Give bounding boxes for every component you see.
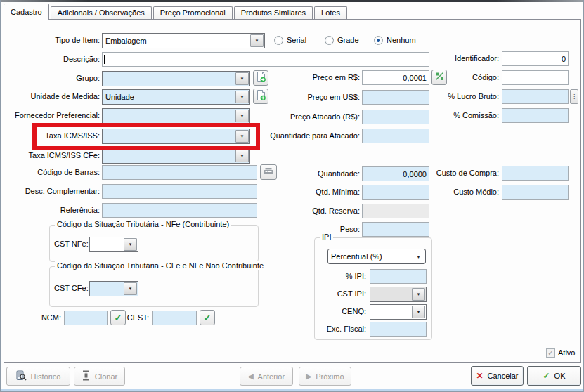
ativo-label: Ativo: [558, 348, 575, 358]
tab-lotes[interactable]: Lotes: [314, 6, 347, 20]
qtd-atacado-input[interactable]: [362, 129, 429, 143]
desc-complementar-input[interactable]: [102, 184, 257, 199]
historico-button[interactable]: Histórico: [6, 367, 70, 386]
ativo-checkbox: ✓: [546, 348, 555, 358]
unidade-de-medida-label: Unidade de Medida:: [4, 89, 100, 104]
referencia-label: Referência:: [4, 203, 100, 218]
custo-medio-label: Custo Médio:: [398, 185, 499, 200]
codigo-de-barras-input[interactable]: [102, 165, 257, 180]
descricao-label: Descrição:: [4, 52, 100, 67]
tab-produtos-similares[interactable]: Produtos Similares: [234, 6, 313, 20]
grupo-select[interactable]: ▼: [102, 71, 250, 86]
exc-fiscal-label: Exc. Fiscal:: [315, 322, 366, 337]
tab-preco-promocional[interactable]: Preço Promocional: [153, 6, 233, 20]
window-top-edge: [1, 0, 583, 2]
cenq-select[interactable]: ▼: [370, 304, 427, 320]
tab-page-cadastro: Tipo de Item: Embalagem ▼ Serial Grade N…: [4, 19, 581, 363]
tab-adicionais-observacoes[interactable]: Adicionais / Observações: [51, 6, 152, 20]
ok-button[interactable]: ✓ OK: [527, 366, 581, 386]
anterior-button[interactable]: ◀ Anterior: [240, 367, 293, 386]
preco-atacado-label: Preço Atacado (R$):: [236, 110, 360, 124]
qtd-reserva-label: Qtd. Reserva:: [236, 204, 360, 218]
cst-ipi-select[interactable]: ▼: [370, 287, 427, 302]
window-bottom-edge: [1, 389, 583, 391]
previous-arrow-icon: ◀: [248, 372, 254, 381]
chevron-down-icon[interactable]: ▼: [250, 34, 264, 47]
codigo-input[interactable]: [502, 70, 569, 85]
check-icon: ✓: [115, 313, 122, 323]
lucro-bruto-options-button[interactable]: ⋮: [570, 89, 578, 104]
cst-nfe-label: CST NFe:: [54, 237, 86, 251]
next-arrow-icon: ▶: [306, 372, 311, 381]
fornecedor-preferencial-select[interactable]: ▼: [102, 108, 250, 124]
cst-nfe-select[interactable]: ▼: [89, 237, 138, 252]
taxa-icms-iss-label: Taxa ICMS/ISS:: [4, 129, 100, 143]
radio-grade-label: Grade: [337, 36, 359, 45]
radio-nenhum-label: Nenhum: [387, 36, 416, 45]
chevron-down-icon[interactable]: ▼: [124, 282, 137, 295]
radio-nenhum[interactable]: [374, 36, 383, 45]
cst-nfe-groupbox: Código da Situação Tributária - NFe (Con…: [49, 225, 259, 262]
ok-label: OK: [554, 372, 566, 380]
anterior-label: Anterior: [258, 372, 285, 381]
taxa-icms-iss-cfe-label: Taxa ICMS/ISS CFe:: [4, 148, 100, 163]
ok-check-icon: ✓: [543, 372, 550, 380]
codigo-de-barras-label: Código de Barras:: [4, 165, 100, 180]
taxa-icms-iss-cfe-select[interactable]: ▼: [102, 148, 250, 164]
referencia-input[interactable]: [102, 203, 257, 218]
chevron-down-icon[interactable]: ▼: [124, 238, 137, 251]
tab-cadastro[interactable]: Cadastro: [4, 4, 49, 20]
cst-cfe-group-title: Código da Situação Tributária - CFe e NF…: [55, 261, 266, 270]
cst-cfe-select[interactable]: ▼: [89, 281, 138, 296]
lucro-bruto-input[interactable]: [502, 89, 569, 104]
identificador-input[interactable]: [502, 51, 569, 66]
pct-ipi-input[interactable]: [370, 269, 427, 284]
codigo-label: Código:: [398, 70, 499, 85]
comissao-input[interactable]: [502, 108, 569, 123]
vertical-dots-icon: ⋮: [571, 93, 577, 100]
tipo-de-item-select[interactable]: Embalagem ▼: [102, 33, 265, 48]
chevron-down-icon[interactable]: ▼: [412, 306, 425, 318]
peso-input[interactable]: [362, 222, 429, 237]
grupo-label: Grupo:: [4, 71, 100, 86]
custo-compra-input[interactable]: [502, 166, 569, 181]
exc-fiscal-input[interactable]: [370, 322, 427, 337]
tipo-de-item-value: Embalagem: [105, 34, 147, 48]
ncm-label: NCM:: [18, 311, 61, 325]
validate-cest-button[interactable]: ✓: [200, 310, 215, 325]
comissao-label: % Comissão:: [398, 108, 499, 123]
clonar-button[interactable]: Clonar: [74, 367, 125, 386]
clone-icon: [82, 370, 91, 382]
peso-label: Peso:: [236, 222, 360, 237]
historico-label: Histórico: [31, 372, 61, 381]
taxa-icms-iss-select[interactable]: ▼: [102, 129, 250, 144]
tipo-de-item-label: Tipo de Item:: [4, 33, 100, 48]
check-icon: ✓: [204, 313, 212, 323]
fornecedor-preferencial-label: Fornecedor Preferencial:: [4, 108, 100, 123]
cenq-label: CENQ:: [315, 304, 366, 319]
ncm-input[interactable]: [64, 311, 108, 325]
cest-label: CEST:: [122, 311, 149, 325]
cest-input[interactable]: [152, 311, 197, 325]
cancelar-button[interactable]: ✕ Cancelar: [471, 366, 524, 386]
cst-cfe-label: CST CFe:: [54, 281, 86, 296]
unidade-de-medida-value: Unidade: [105, 90, 134, 104]
descricao-input[interactable]: [102, 52, 429, 67]
lucro-bruto-label: % Lucro Bruto:: [398, 89, 499, 104]
qtd-atacado-label: Quantidade para Atacado:: [236, 129, 360, 143]
chevron-down-icon[interactable]: ▼: [412, 288, 425, 301]
proximo-label: Próximo: [316, 372, 344, 381]
proximo-button[interactable]: ▶ Próximo: [299, 367, 351, 386]
tab-strip: Cadastro Adicionais / Observações Preço …: [4, 4, 349, 20]
chevron-down-icon[interactable]: ▼: [235, 150, 249, 162]
radio-grade[interactable]: [325, 36, 334, 45]
chevron-down-icon[interactable]: ▼: [413, 250, 424, 263]
cancel-x-icon: ✕: [476, 372, 483, 380]
unidade-de-medida-select[interactable]: Unidade ▼: [102, 89, 250, 105]
custo-medio-input[interactable]: [502, 185, 569, 200]
radio-serial[interactable]: [274, 36, 283, 45]
product-registration-dialog: Cadastro Adicionais / Observações Preço …: [0, 0, 584, 392]
cst-ipi-label: CST IPI:: [315, 287, 366, 301]
identificador-label: Identificador:: [398, 51, 499, 66]
ipi-tipo-select[interactable]: Percentual (%) ▼: [327, 249, 426, 264]
